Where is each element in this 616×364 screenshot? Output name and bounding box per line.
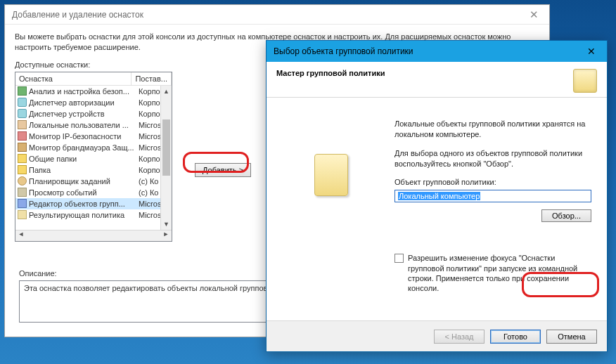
horizontal-scrollbar[interactable]: ◄ ►: [15, 230, 172, 241]
table-row[interactable]: Монитор брандмауэра Защ...Micros: [15, 142, 172, 153]
table-row[interactable]: Редактор объектов групп...Micros: [15, 198, 172, 209]
snapin-name: Монитор брандмауэра Защ...: [29, 143, 134, 152]
snapin-name: Папка: [29, 166, 51, 174]
description-label: Описание:: [19, 269, 57, 278]
scroll-right-arrow[interactable]: ►: [160, 230, 172, 241]
scroll-thumb[interactable]: [162, 119, 170, 176]
snapin-name: Общие папки: [29, 155, 77, 163]
snapin-icon: [18, 176, 27, 186]
table-row[interactable]: Локальные пользователи ...Micros: [15, 119, 172, 131]
wizard-title: Мастер групповой политики: [276, 69, 385, 77]
scroll-up-arrow[interactable]: ▲: [161, 86, 172, 97]
gpo-field-label: Объект групповой политики:: [394, 177, 591, 188]
snapin-icon: [18, 120, 27, 129]
snapin-name: Диспетчер устройств: [29, 110, 105, 118]
snapin-icon: [18, 98, 27, 107]
window-title: Добавление и удаление оснасток: [12, 10, 143, 20]
scroll-left-arrow[interactable]: ◄: [15, 230, 27, 241]
snapin-icon: [18, 199, 27, 208]
table-row[interactable]: Результирующая политикаMicros: [15, 209, 172, 221]
table-row[interactable]: Анализ и настройка безоп...Корпо: [15, 86, 172, 97]
snapin-icon: [18, 154, 27, 163]
allow-focus-checkbox[interactable]: [394, 254, 404, 263]
scroll-large-icon: [314, 154, 348, 196]
scroll-down-arrow[interactable]: ▼: [161, 219, 172, 230]
table-row[interactable]: Диспетчер устройствКорпо: [15, 108, 172, 119]
cancel-button[interactable]: Отмена: [546, 330, 597, 344]
table-row[interactable]: Планировщик заданий(c) Ко: [15, 176, 172, 187]
snapin-name: Монитор IP-безопасности: [29, 132, 121, 141]
snapin-name: Диспетчер авторизации: [29, 98, 115, 107]
vertical-scrollbar[interactable]: ▲ ▼: [160, 86, 172, 230]
wizard-text-1: Локальные объекты групповой политики хра…: [394, 119, 591, 140]
snapin-icon: [18, 165, 27, 174]
snapin-icon: [18, 86, 27, 96]
gpo-wizard-window: Выбор объекта групповой политики ✕ Масте…: [266, 40, 608, 352]
scroll-icon: [573, 69, 597, 93]
titlebar[interactable]: Выбор объекта групповой политики ✕: [267, 41, 607, 62]
wizard-footer: < Назад Готово Отмена: [267, 320, 607, 351]
col-snapin[interactable]: Оснастка: [15, 72, 131, 85]
close-icon[interactable]: ✕: [522, 8, 545, 21]
table-row[interactable]: ПапкаКорпо: [15, 164, 172, 176]
snapin-name: Анализ и настройка безоп...: [29, 87, 129, 96]
wizard-graphic-pane: [282, 119, 380, 293]
snapin-icon: [18, 109, 27, 118]
close-icon[interactable]: ✕: [576, 41, 607, 62]
snapin-name: Просмотр событий: [29, 188, 97, 197]
tutorial-highlight-add: [183, 152, 249, 173]
gpo-object-value: Локальный компьютер: [398, 192, 480, 200]
gpo-object-field[interactable]: Локальный компьютер: [394, 190, 591, 202]
table-header[interactable]: Оснастка Постав...: [15, 72, 172, 86]
browse-button[interactable]: Обзор...: [541, 209, 591, 222]
table-row[interactable]: Общие папкиКорпо: [15, 153, 172, 164]
snapin-name: Локальные пользователи ...: [29, 121, 129, 129]
tutorial-highlight-browse: [522, 272, 599, 297]
wizard-text-2: Для выбора одного из объектов групповой …: [394, 148, 591, 169]
col-vendor[interactable]: Постав...: [131, 72, 172, 85]
snapin-name: Планировщик заданий: [29, 177, 110, 186]
snapin-icon: [18, 188, 27, 197]
snapin-icon: [18, 210, 27, 219]
snapin-name: Результирующая политика: [29, 211, 124, 219]
snapin-icon: [18, 131, 27, 141]
back-button: < Назад: [434, 330, 485, 344]
table-row[interactable]: Просмотр событий(c) Ко: [15, 187, 172, 198]
snapin-icon: [18, 143, 27, 152]
table-row[interactable]: Монитор IP-безопасностиMicros: [15, 131, 172, 142]
finish-button[interactable]: Готово: [490, 330, 541, 344]
window-title: Выбор объекта групповой политики: [274, 46, 413, 56]
wizard-header: Мастер групповой политики: [267, 62, 607, 98]
table-body: Анализ и настройка безоп...КорпоДиспетче…: [15, 86, 172, 230]
table-row[interactable]: Диспетчер авторизацииКорпо: [15, 97, 172, 108]
snapin-name: Редактор объектов групп...: [29, 200, 125, 208]
titlebar[interactable]: Добавление и удаление оснасток ✕: [5, 5, 549, 25]
snapins-table: Оснастка Постав... Анализ и настройка бе…: [15, 72, 172, 242]
